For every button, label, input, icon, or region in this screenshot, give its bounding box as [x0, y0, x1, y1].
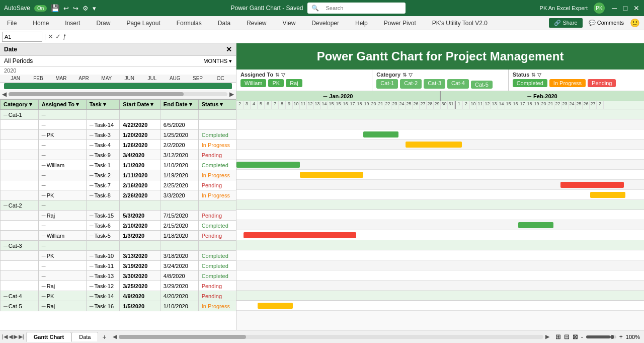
more-icon[interactable]: ▾ [93, 5, 96, 12]
tab-data[interactable]: Data [215, 18, 233, 29]
view-page-break-icon[interactable]: ⊠ [573, 333, 578, 340]
tab-page-layout[interactable]: Page Layout [123, 18, 163, 29]
scroll-track[interactable] [119, 335, 543, 339]
chip-cat2[interactable]: Cat-2 [400, 79, 422, 89]
collapse-date-icon[interactable]: ✕ [226, 45, 232, 53]
collapse-cat-icon[interactable]: ─ [4, 202, 8, 209]
smiley-icon[interactable]: 🙂 [630, 18, 640, 28]
zoom-in-icon[interactable]: + [619, 333, 623, 340]
months-button[interactable]: MONTHS ▾ [203, 58, 232, 64]
collapse-cat-icon[interactable]: ─ [4, 112, 8, 118]
scroll-right-icon[interactable]: ▶ [229, 91, 234, 98]
chip-inprogress[interactable]: In Progress [549, 79, 586, 87]
chip-cat3[interactable]: Cat-3 [424, 79, 445, 89]
col-category[interactable]: Category ▾ [1, 100, 39, 110]
cell-start: 2/26/2020 [120, 190, 160, 200]
col-start-date[interactable]: Start Date ▾ [120, 100, 160, 110]
bar-task6 [518, 222, 553, 228]
tab-help[interactable]: Help [352, 18, 371, 29]
view-page-layout-icon[interactable]: ⊟ [564, 333, 570, 340]
macro-icon[interactable]: ⚙ [83, 5, 89, 12]
collapse-jan-icon[interactable]: ─ [324, 93, 328, 99]
redo-icon[interactable]: ↪ [73, 5, 78, 12]
scroll-thumb[interactable] [119, 335, 246, 339]
chip-pending[interactable]: Pending [588, 79, 616, 87]
chip-cat4[interactable]: Cat-4 [447, 79, 469, 89]
view-normal-icon[interactable]: ⊞ [555, 333, 561, 340]
tab-nav-first[interactable]: |◀ [2, 333, 8, 340]
ribbon: File Home Insert Draw Page Layout Formul… [0, 16, 644, 30]
tab-home[interactable]: Home [30, 18, 52, 29]
tab-utility-tool[interactable]: PK's Utility Tool V2.0 [429, 18, 491, 29]
scroll-left-btn[interactable]: ◀ [113, 333, 117, 340]
chip-william[interactable]: William [240, 79, 266, 87]
cell-task: ─Task-11 [86, 261, 120, 271]
assigned-sort-icon[interactable]: ⇅ [275, 72, 279, 78]
tab-developer[interactable]: Developer [308, 18, 342, 29]
chip-raj[interactable]: Raj [286, 79, 302, 87]
insert-function-icon[interactable]: ƒ [63, 33, 66, 40]
tab-power-pivot[interactable]: Power Pivot [381, 18, 419, 29]
date-filter-header: Date ✕ [0, 43, 236, 56]
col-assigned-to[interactable]: Assigned To ▾ [38, 100, 86, 110]
cell-assigned: ─William [38, 160, 86, 170]
close-button[interactable]: ✕ [633, 5, 640, 12]
scroll-left-icon[interactable]: ◀ [2, 91, 7, 98]
collapse-cat-icon[interactable]: ─ [4, 303, 8, 309]
col-end-date[interactable]: End Date ▾ [160, 100, 198, 110]
tab-file[interactable]: File [4, 18, 20, 29]
comments-button[interactable]: 💬 Comments [589, 20, 624, 26]
maximize-button[interactable]: □ [622, 5, 629, 12]
chip-pk[interactable]: PK [268, 79, 284, 87]
tab-review[interactable]: Review [244, 18, 269, 29]
formula-input[interactable] [68, 33, 642, 40]
gantt-table-container[interactable]: Category ▾ Assigned To ▾ Task ▾ Start Da… [0, 99, 236, 330]
minimize-button[interactable]: ─ [611, 5, 618, 12]
collapse-cat-icon[interactable]: ─ [4, 293, 8, 299]
share-button[interactable]: 🔗 Share [549, 18, 582, 28]
tab-nav-prev[interactable]: ◀ [9, 333, 13, 340]
col-task[interactable]: Task ▾ [86, 100, 120, 110]
tab-draw[interactable]: Draw [93, 18, 113, 29]
tab-data[interactable]: Data [71, 332, 98, 341]
cell-end: 1/10/2020 [160, 301, 198, 311]
tab-nav-last[interactable]: ▶| [19, 333, 24, 340]
cell-status: Completed [198, 261, 236, 271]
gantt-chart-scroll[interactable]: ─ Jan-2020 ─ Feb-2020 234567891011121314… [236, 91, 644, 330]
horizontal-scrollbar[interactable]: ◀ ▶ [111, 333, 551, 340]
confirm-formula-icon[interactable]: ✓ [55, 33, 61, 40]
gantt-row-task5 [236, 230, 644, 240]
cat-filter-icon[interactable]: ▽ [409, 72, 413, 78]
status-filter-icon[interactable]: ▽ [537, 72, 541, 78]
zoom-slider[interactable] [586, 335, 616, 338]
chip-cat1[interactable]: Cat-1 [376, 79, 398, 89]
zoom-out-icon[interactable]: - [581, 333, 583, 340]
chip-completed[interactable]: Completed [513, 79, 547, 87]
tab-formulas[interactable]: Formulas [174, 18, 205, 29]
add-sheet-button[interactable]: + [98, 331, 110, 342]
autosave-toggle[interactable]: On [34, 5, 47, 12]
tab-gantt-chart[interactable]: Gantt Chart [26, 332, 72, 342]
cell-start: 3/4/2020 [120, 150, 160, 160]
cell-assigned: ─William [38, 231, 86, 241]
zoom-thumb[interactable] [610, 334, 615, 339]
status-sort-icon[interactable]: ⇅ [531, 72, 535, 78]
col-status[interactable]: Status ▾ [198, 100, 236, 110]
tab-view[interactable]: View [280, 18, 299, 29]
formula-bar: A1 | ✕ ✓ ƒ [0, 30, 644, 43]
search-input[interactable] [321, 4, 401, 13]
save-icon[interactable]: 💾 [51, 4, 59, 12]
tab-nav-next[interactable]: ▶ [14, 333, 18, 340]
cat-sort-icon[interactable]: ⇅ [403, 72, 407, 78]
tab-insert[interactable]: Insert [62, 18, 83, 29]
chip-cat5[interactable]: Cat-5 [471, 81, 493, 89]
collapse-cat-icon[interactable]: ─ [4, 243, 8, 249]
cancel-formula-icon[interactable]: ✕ [48, 33, 53, 40]
name-box[interactable]: A1 [2, 32, 42, 42]
gantt-row-task15 [236, 210, 644, 220]
collapse-feb-icon[interactable]: ─ [527, 93, 531, 99]
scroll-right-btn[interactable]: ▶ [545, 333, 549, 340]
undo-icon[interactable]: ↩ [63, 5, 69, 12]
assigned-filter-icon[interactable]: ▽ [281, 72, 285, 78]
autosave-label: AutoSave [4, 5, 30, 12]
